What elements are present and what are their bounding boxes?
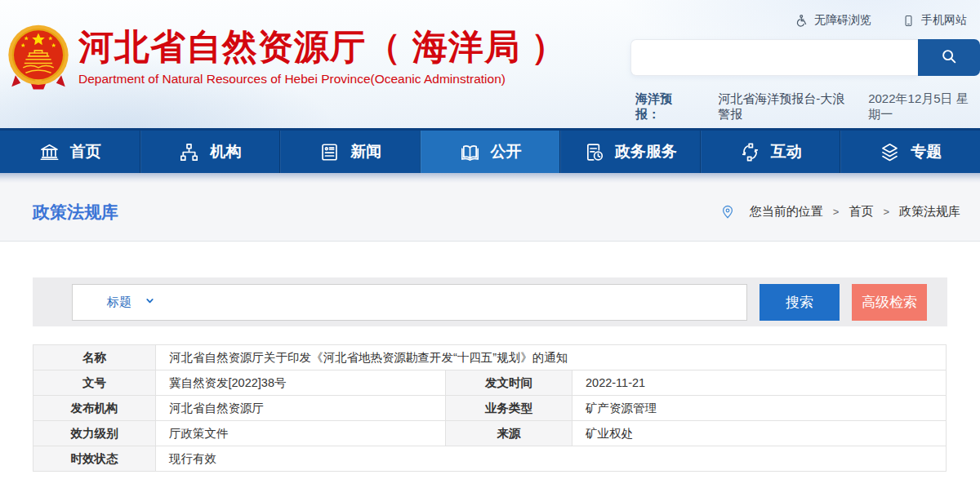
nav-item-org[interactable]: 机构 [140,131,280,173]
ocean-forecast-bar: 海洋预报： 河北省海洋预报台-大浪警报 2022年12月5日 星期一 [635,91,980,122]
status-value: 现行有效 [156,446,947,472]
doc-clock-icon [583,141,605,163]
issue-date-value: 2022-11-21 [572,370,947,396]
level-label: 效力级别 [33,421,156,446]
search-field-selected-value: 标题 [107,295,131,310]
mobile-site-label: 手机网站 [921,13,967,28]
page: 无障碍浏览 手机网站 [0,0,980,488]
nav-item-label: 专题 [911,141,942,162]
breadcrumb-current: 政策法规库 [899,204,960,220]
mobile-phone-icon [902,14,915,28]
forecast-date: 2022年12月5日 星期一 [868,91,980,122]
search-field-select[interactable]: 标题 [73,285,170,320]
breadcrumb-separator: > [883,206,889,218]
site-brand: 河北省自然资源厅（ 海洋局 ） Department of Natural Re… [7,23,567,98]
main-nav: 首页 机构 新闻 [0,128,980,173]
site-search-input[interactable] [630,39,918,76]
table-row-name: 名称 河北省自然资源厅关于印发《河北省地热资源勘查开发“十四五”规划》的通知 [33,345,947,370]
nav-item-interaction[interactable]: 互动 [700,131,840,173]
nav-item-home[interactable]: 首页 [0,131,140,173]
status-label: 时效状态 [33,446,156,472]
site-subtitle: Department of Natural Resources of Hebei… [78,72,567,87]
agency-value: 河北省自然资源厅 [156,396,446,421]
biz-type-label: 业务类型 [446,396,572,421]
accessibility-label: 无障碍浏览 [814,13,871,28]
accessibility-link[interactable]: 无障碍浏览 [794,13,871,28]
nav-item-label: 政务服务 [615,141,677,162]
page-title-bar: 政策法规库 您当前的位置 > 首页 > 政策法规库 [0,183,980,242]
table-row-level: 效力级别 厅政策文件 来源 矿业权处 [33,421,947,446]
biz-type-value: 矿产资源管理 [572,396,947,421]
keyword-input[interactable] [170,285,746,320]
nav-item-label: 新闻 [350,141,381,162]
breadcrumb-home[interactable]: 首页 [849,204,873,220]
nav-item-label: 互动 [771,141,802,162]
site-search-button[interactable] [918,39,980,76]
page-title: 政策法规库 [33,201,118,224]
policy-detail-table: 名称 河北省自然资源厅关于印发《河北省地热资源勘查开发“十四五”规划》的通知 文… [33,344,947,472]
name-value: 河北省自然资源厅关于印发《河北省地热资源勘查开发“十四五”规划》的通知 [156,345,947,370]
table-row-docno: 文号 冀自然资发[2022]38号 发文时间 2022-11-21 [33,370,947,396]
forecast-label: 海洋预报： [635,91,690,122]
policy-search-form: 标题 搜索 高级检索 [33,277,947,326]
nav-item-label: 公开 [491,141,522,162]
search-icon [940,47,958,68]
level-value: 厅政策文件 [156,421,446,446]
table-row-agency: 发布机构 河北省自然资源厅 业务类型 矿产资源管理 [33,396,947,421]
table-row-status: 时效状态 现行有效 [33,446,947,472]
source-value: 矿业权处 [572,421,947,446]
nav-item-topics[interactable]: 专题 [840,131,980,173]
open-book-icon [459,141,481,163]
breadcrumb: 您当前的位置 > 首页 > 政策法规库 [720,204,960,220]
location-pin-icon [720,205,740,220]
header-search [630,39,980,76]
header-utility-links: 无障碍浏览 手机网站 [794,13,967,28]
org-chart-icon [178,141,200,163]
mobile-site-link[interactable]: 手机网站 [902,13,967,28]
breadcrumb-prefix: 您当前的位置 [750,204,823,220]
forecast-value[interactable]: 河北省海洋预报台-大浪警报 [718,91,853,122]
doc-no-value: 冀自然资发[2022]38号 [156,370,446,396]
query-bar: 标题 [72,284,747,321]
site-header: 无障碍浏览 手机网站 [0,0,980,128]
chevron-down-icon [145,295,155,309]
nav-item-label: 首页 [70,141,101,162]
nav-item-services[interactable]: 政务服务 [559,131,700,173]
breadcrumb-separator: > [833,206,840,218]
source-label: 来源 [446,421,572,446]
brand-text: 河北省自然资源厅（ 海洋局 ） Department of Natural Re… [78,23,567,87]
nav-item-news[interactable]: 新闻 [279,131,420,173]
advanced-search-button[interactable]: 高级检索 [852,284,927,321]
doc-no-label: 文号 [33,370,156,396]
nav-item-disclosure[interactable]: 公开 [420,131,560,173]
nav-shadow-strip [0,173,980,183]
bank-icon [38,141,60,163]
accessibility-icon [794,14,808,28]
site-title: 河北省自然资源厅（ 海洋局 ） [78,28,567,66]
nav-item-label: 机构 [210,141,241,162]
national-emblem-logo [7,23,70,98]
name-label: 名称 [33,345,156,370]
issue-date-label: 发文时间 [446,370,572,396]
sync-icon [739,141,761,163]
news-icon [318,141,341,163]
agency-label: 发布机构 [33,396,156,421]
layers-icon [879,141,901,163]
search-button[interactable]: 搜索 [760,284,840,321]
